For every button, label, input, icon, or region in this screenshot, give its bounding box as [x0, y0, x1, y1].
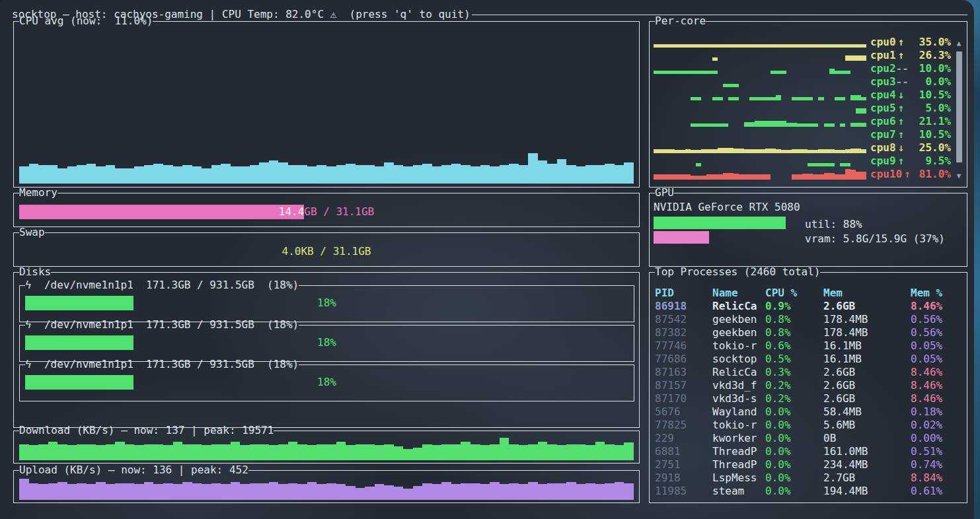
spark-bar	[771, 149, 776, 153]
spark-bar	[696, 44, 701, 48]
process-cpu-pct: 0.0%	[765, 432, 823, 445]
process-row[interactable]: 87382geekben0.8%178.4MB0.56%	[650, 326, 967, 339]
spark-bar	[356, 444, 365, 460]
spark-bar	[669, 44, 675, 48]
process-name: geekben	[712, 326, 765, 339]
spark-bar	[781, 121, 786, 127]
spark-bar	[664, 71, 669, 74]
spark-bar	[307, 445, 317, 460]
spark-bar	[259, 162, 269, 184]
spark-bar	[153, 164, 163, 184]
download-chart	[19, 435, 634, 460]
spark-bar	[422, 164, 432, 184]
process-pid: 229	[655, 432, 712, 445]
spark-bar	[760, 174, 765, 180]
spark-bar	[326, 483, 336, 500]
spark-bar	[718, 174, 723, 180]
process-row[interactable]: 87542geekben0.8%178.4MB0.56%	[650, 313, 967, 326]
spark-bar	[173, 442, 183, 461]
spark-bar	[669, 174, 675, 180]
spark-bar	[394, 446, 404, 460]
scrollbar-down-icon[interactable]: ▼	[957, 170, 961, 183]
spark-bar	[765, 44, 771, 48]
core-spark	[654, 129, 866, 140]
core-trend-icon: ↑	[896, 115, 907, 128]
process-row[interactable]: 87170vkd3d-s0.2%2.6GB8.46%	[650, 392, 967, 405]
process-row[interactable]: 6881ThreadP0.0%161.0MB0.51%	[650, 445, 967, 458]
spark-bar	[765, 149, 771, 153]
spark-bar	[240, 445, 250, 460]
spark-bar	[202, 168, 211, 184]
scrollbar-up-icon[interactable]: ▲	[957, 37, 961, 50]
spark-bar	[326, 166, 336, 184]
spark-bar	[808, 150, 813, 153]
scrollbar-thumb[interactable]	[956, 52, 962, 162]
core-name: cpu10	[870, 168, 902, 181]
core-value: 10.5%	[907, 88, 951, 102]
spark-bar	[760, 97, 765, 100]
spark-bar	[701, 123, 706, 127]
spark-bar	[134, 445, 144, 460]
spark-bar	[734, 97, 739, 100]
core-row-cpu4: cpu4↓10.5%	[650, 88, 951, 102]
disk-usage: 171.3GB / 931.5GB (18%)	[146, 318, 299, 331]
process-name: RelicCa	[712, 300, 765, 313]
process-row[interactable]: 2751ThreadP0.0%234.4MB0.74%	[650, 458, 967, 471]
gpu-vram-label: vram: 5.8G/15.9G (37%)	[805, 232, 945, 246]
spark-bar	[519, 165, 529, 184]
terminal-window: socktop — host: cachyos-gaming | CPU Tem…	[0, 0, 974, 519]
panel-download: Download (KB/s) — now: 137 | peak: 19571	[13, 431, 640, 464]
spark-bar	[509, 444, 519, 460]
spark-bar	[723, 44, 728, 48]
gauge-label: 4.0KB / 31.1GB	[19, 244, 634, 259]
spark-bar	[718, 148, 723, 154]
process-row[interactable]: 77746tokio-r0.6%16.1MB0.05%	[650, 339, 967, 353]
processes-title: Top Processes (2460 total)	[655, 265, 820, 279]
process-mem: 2.6GB	[823, 392, 911, 405]
process-row[interactable]: 11985steam0.0%194.4MB0.61%	[650, 485, 967, 498]
spark-bar	[269, 482, 279, 500]
spark-bar	[765, 97, 771, 100]
spark-bar	[776, 95, 781, 100]
spark-bar	[659, 71, 664, 74]
spark-bar	[813, 44, 818, 48]
spark-bar	[356, 488, 365, 500]
spark-bar	[712, 44, 718, 48]
spark-bar	[835, 150, 840, 153]
process-row[interactable]: 87163RelicCa0.3%2.6GB8.46%	[650, 366, 967, 379]
process-mem-pct: 0.51%	[911, 445, 961, 458]
process-pid: 2751	[655, 458, 712, 471]
process-row[interactable]: 86918RelicCa0.9%2.6GB8.46%	[650, 300, 967, 313]
upload-chart	[19, 475, 634, 500]
spark-bar	[808, 97, 813, 100]
spark-bar	[278, 162, 288, 184]
process-row[interactable]: 2918LspMess0.0%2.7GB8.84%	[650, 471, 967, 485]
disk-gauge: 18%18%	[25, 335, 628, 350]
spark-bar	[835, 97, 840, 100]
process-row[interactable]: 229kworker0.0%0B0.00%	[650, 432, 967, 445]
process-row[interactable]: 77686socktop0.5%16.1MB0.05%	[650, 353, 967, 366]
spark-bar	[134, 484, 144, 500]
per-core-scrollbar[interactable]: ▲ ▼	[955, 37, 963, 183]
spark-bar	[471, 166, 480, 184]
spark-bar	[528, 444, 538, 460]
spark-bar	[856, 55, 861, 61]
spark-bar	[250, 165, 260, 184]
spark-bar	[490, 166, 500, 184]
spark-bar	[211, 444, 221, 460]
spark-bar	[422, 483, 432, 500]
spark-bar	[701, 44, 706, 48]
process-row[interactable]: 87157vkd3d_f0.2%2.6GB8.46%	[650, 379, 967, 392]
col-memp: Mem %	[911, 287, 961, 300]
spark-bar	[317, 484, 326, 500]
process-pid: 86918	[655, 300, 712, 313]
process-row[interactable]: 77825tokio-r0.0%5.6MB0.02%	[650, 419, 967, 432]
spark-bar	[861, 123, 866, 127]
panel-upload: Upload (KB/s) — now: 136 | peak: 452	[13, 470, 640, 503]
core-row-cpu8: cpu8↓25.0%	[650, 141, 951, 155]
spark-bar	[850, 123, 856, 127]
process-row[interactable]: 5676Wayland0.0%58.4MB0.18%	[650, 405, 967, 419]
process-mem-pct: 8.46%	[911, 366, 961, 379]
spark-bar	[125, 444, 135, 460]
process-mem: 16.1MB	[823, 353, 911, 366]
